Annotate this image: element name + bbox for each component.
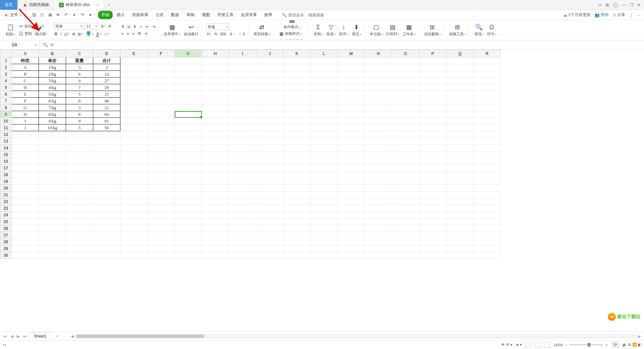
menu-tab-7[interactable]: 开发工具 <box>214 11 237 19</box>
cell-J7[interactable] <box>256 98 283 104</box>
tab-file[interactable]: S 种类单价.xlsx × <box>54 0 104 10</box>
menu-tab-4[interactable]: 数据 <box>168 11 182 19</box>
row-header-13[interactable]: 13 <box>0 138 12 145</box>
cell-E9[interactable] <box>120 111 148 118</box>
cell-C26[interactable] <box>66 225 93 232</box>
cell-Q15[interactable] <box>446 151 474 158</box>
number-format-select[interactable]: 常规▾ <box>206 23 229 30</box>
cell-E12[interactable] <box>120 131 148 138</box>
cell-R10[interactable] <box>474 118 501 124</box>
cell-J12[interactable] <box>256 131 283 138</box>
col-header-H[interactable]: H <box>202 50 229 57</box>
cell-N12[interactable] <box>365 131 392 138</box>
cell-I5[interactable] <box>229 84 256 91</box>
cell-K20[interactable] <box>283 185 311 192</box>
type-convert-button[interactable]: ⇄类型转换 <box>253 23 271 37</box>
comma-button[interactable]: 000 <box>219 31 227 37</box>
cell-O28[interactable] <box>392 239 419 245</box>
cell-L28[interactable] <box>311 239 338 245</box>
cell-B11[interactable]: 10/kg <box>39 124 66 131</box>
cell-button[interactable]: ▢单元格 <box>369 23 384 37</box>
cell-B27[interactable] <box>39 232 66 239</box>
row-header-18[interactable]: 18 <box>0 171 12 178</box>
redo-dropdown[interactable]: ▾ <box>87 12 93 18</box>
cell-G9[interactable] <box>175 111 202 118</box>
cell-H6[interactable] <box>202 91 229 98</box>
cell-G30[interactable] <box>175 252 202 259</box>
cell-A12[interactable] <box>12 131 39 138</box>
close-tab-icon[interactable]: × <box>97 3 99 7</box>
page-break-view-button[interactable] <box>544 342 550 348</box>
cell-F26[interactable] <box>148 225 175 232</box>
cell-N22[interactable] <box>365 198 392 205</box>
cell-M17[interactable] <box>338 165 365 171</box>
cell-P17[interactable] <box>419 165 446 171</box>
cell-J27[interactable] <box>256 232 283 239</box>
cell-R13[interactable] <box>474 138 501 145</box>
cell-E22[interactable] <box>120 198 148 205</box>
cell-K1[interactable] <box>283 57 311 64</box>
cell-D5[interactable]: 28 <box>93 84 120 91</box>
row-header-4[interactable]: 4 <box>0 78 12 84</box>
row-header-9[interactable]: 9 <box>0 111 12 118</box>
cell-F21[interactable] <box>148 192 175 198</box>
cell-P22[interactable] <box>419 198 446 205</box>
cell-Q5[interactable] <box>446 84 474 91</box>
cell-E26[interactable] <box>120 225 148 232</box>
cell-C5[interactable]: 7 <box>66 84 93 91</box>
cell-E27[interactable] <box>120 232 148 239</box>
cell-M4[interactable] <box>338 78 365 84</box>
cell-M29[interactable] <box>338 245 365 252</box>
cell-F6[interactable] <box>148 91 175 98</box>
cell-J26[interactable] <box>256 225 283 232</box>
cell-B25[interactable] <box>39 218 66 225</box>
cell-O19[interactable] <box>392 178 419 185</box>
row-header-3[interactable]: 3 <box>0 71 12 78</box>
cell-G3[interactable] <box>175 71 202 78</box>
cell-M1[interactable] <box>338 57 365 64</box>
cell-G6[interactable] <box>175 91 202 98</box>
cell-J13[interactable] <box>256 138 283 145</box>
row-header-22[interactable]: 22 <box>0 198 12 205</box>
cell-C9[interactable]: 8 <box>66 111 93 118</box>
cell-L5[interactable] <box>311 84 338 91</box>
font-name-select[interactable]: 宋体▾ <box>54 23 84 30</box>
cell-F12[interactable] <box>148 131 175 138</box>
cell-H28[interactable] <box>202 239 229 245</box>
cell-J21[interactable] <box>256 192 283 198</box>
cell-L23[interactable] <box>311 205 338 212</box>
cell-P6[interactable] <box>419 91 446 98</box>
cell-Q25[interactable] <box>446 218 474 225</box>
cell-G10[interactable] <box>175 118 202 124</box>
cell-D8[interactable]: 21 <box>93 104 120 111</box>
cell-M22[interactable] <box>338 198 365 205</box>
cell-O26[interactable] <box>392 225 419 232</box>
cell-P13[interactable] <box>419 138 446 145</box>
cell-E1[interactable] <box>120 57 148 64</box>
cell-P3[interactable] <box>419 71 446 78</box>
cell-K23[interactable] <box>283 205 311 212</box>
cell-M5[interactable] <box>338 84 365 91</box>
cell-Q7[interactable] <box>446 98 474 104</box>
cell-F13[interactable] <box>148 138 175 145</box>
cell-I15[interactable] <box>229 151 256 158</box>
cell-G5[interactable] <box>175 84 202 91</box>
hscroll-left-icon[interactable]: ◀ <box>70 334 75 339</box>
cell-R9[interactable] <box>474 111 501 118</box>
cell-F20[interactable] <box>148 185 175 192</box>
sheet-tab[interactable]: Sheet1 <box>30 333 51 340</box>
currency-button[interactable]: ¥▾ <box>206 31 212 37</box>
more-icon[interactable]: ⋮ <box>629 13 633 17</box>
cut-button[interactable]: ✂剪切 <box>17 23 33 30</box>
cell-L10[interactable] <box>311 118 338 124</box>
cell-A27[interactable] <box>12 232 39 239</box>
cell-K7[interactable] <box>283 98 311 104</box>
cell-Q3[interactable] <box>446 71 474 78</box>
row-header-24[interactable]: 24 <box>0 212 12 218</box>
coop-button[interactable]: 👥协作 <box>595 12 609 18</box>
cell-A30[interactable] <box>12 252 39 259</box>
find-button[interactable]: 🔍查找 <box>473 23 485 37</box>
row-header-11[interactable]: 11 <box>0 124 12 131</box>
col-header-K[interactable]: K <box>283 50 311 57</box>
cell-I20[interactable] <box>229 185 256 192</box>
